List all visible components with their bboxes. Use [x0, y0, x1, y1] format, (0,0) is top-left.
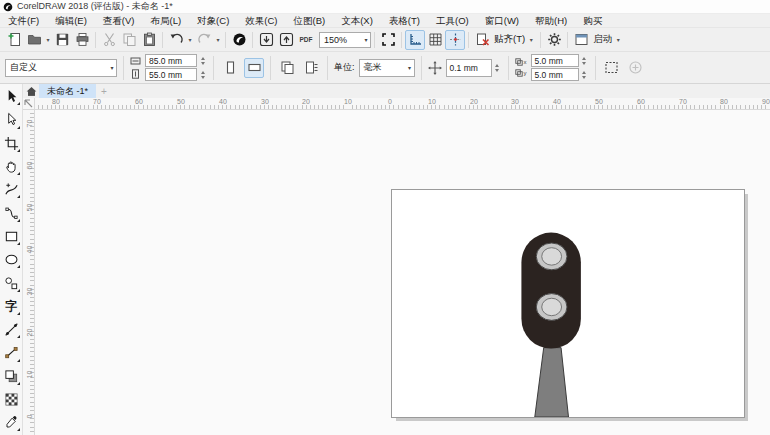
dimension-tool[interactable] [1, 318, 22, 341]
print-button[interactable] [72, 30, 92, 50]
vruler-number: 40 [26, 244, 33, 256]
menu-item[interactable]: 位图(B) [286, 14, 334, 27]
signal-pole[interactable] [535, 348, 569, 417]
page-width-field[interactable]: 85.0 mm [145, 54, 197, 67]
menu-item[interactable]: 布局(L) [142, 14, 189, 27]
menu-item[interactable]: 窗口(W) [477, 14, 527, 27]
page-preset-dropdown[interactable]: ▾ [108, 64, 116, 72]
add-control-button[interactable] [626, 58, 646, 78]
snap-off-button[interactable] [472, 30, 492, 50]
nudge-distance-value: 0.1 mm [450, 63, 478, 73]
ellipse-tool[interactable] [1, 248, 22, 271]
menu-item[interactable]: 帮助(H) [527, 14, 575, 27]
hruler-number: 20 [470, 98, 478, 105]
home-icon [26, 86, 37, 97]
menu-item[interactable]: 文本(X) [333, 14, 381, 27]
all-pages-button[interactable] [277, 58, 297, 78]
treat-as-filled-toggle[interactable] [602, 58, 622, 78]
launch-dropdown[interactable]: ▾ [614, 36, 622, 44]
rectangle-tool[interactable] [1, 225, 22, 248]
page-height-spinner[interactable] [198, 69, 207, 81]
nudge-spinner[interactable] [493, 62, 502, 74]
duplicate-x-value: 5.0 mm [535, 56, 563, 66]
copy-button[interactable] [119, 30, 139, 50]
menu-item[interactable]: 表格(T) [381, 14, 428, 27]
search-content-button[interactable] [229, 30, 249, 50]
common-shapes-tool[interactable] [1, 271, 22, 294]
snap-to-dropdown[interactable]: ▾ [527, 36, 535, 44]
connector-tool[interactable] [1, 341, 22, 364]
text-tool[interactable]: 字 [1, 295, 22, 318]
pan-tool[interactable] [1, 155, 22, 178]
duplicate-x-letter: x [524, 59, 527, 65]
redo-dropdown[interactable]: ▾ [214, 36, 222, 44]
horizontal-ruler[interactable]: 80706050403020100102030405060708090 [35, 98, 770, 110]
bspline-tool[interactable] [1, 201, 22, 224]
menu-item[interactable]: 工具(O) [428, 14, 477, 27]
open-button[interactable] [24, 30, 44, 50]
signal-light-lens-2[interactable] [542, 298, 562, 315]
menu-item[interactable]: 文件(F) [0, 14, 47, 27]
show-grid-toggle[interactable] [425, 30, 445, 50]
window-title: CorelDRAW 2018 (评估版) - 未命名 -1* [17, 0, 173, 13]
new-document-tab-button[interactable]: + [96, 86, 112, 97]
vertical-ruler[interactable]: 706050403020100 [23, 110, 35, 435]
export-button[interactable] [276, 30, 296, 50]
portrait-button[interactable] [220, 58, 240, 78]
publish-pdf-button[interactable]: PDF [296, 30, 316, 50]
current-page-button[interactable] [301, 58, 321, 78]
open-dropdown[interactable]: ▾ [44, 36, 52, 44]
launch-app-icon[interactable] [571, 30, 591, 50]
save-button[interactable] [52, 30, 72, 50]
show-guidelines-toggle[interactable] [445, 30, 465, 50]
propbar-separator [508, 56, 509, 80]
drawing-canvas[interactable] [35, 110, 770, 435]
launch-button[interactable]: 启动 ▾ [591, 30, 624, 50]
menu-item[interactable]: 查看(V) [95, 14, 143, 27]
eyedropper-tool[interactable] [1, 411, 22, 434]
page-preset-combo[interactable]: 自定义 ▾ [5, 59, 117, 77]
transparency-tool[interactable] [1, 388, 22, 411]
options-gear-button[interactable] [544, 30, 564, 50]
page[interactable] [391, 189, 745, 418]
page-width-spinner[interactable] [198, 55, 207, 67]
menu-item[interactable]: 效果(C) [237, 14, 285, 27]
units-value: 毫米 [364, 61, 382, 74]
undo-dropdown[interactable]: ▾ [186, 36, 194, 44]
menu-item[interactable]: 购买 [575, 14, 610, 27]
units-combo[interactable]: 毫米 ▾ [359, 59, 415, 77]
nudge-distance-field[interactable]: 0.1 mm [446, 59, 492, 77]
new-document-button[interactable] [4, 30, 24, 50]
page-width-icon [130, 56, 141, 66]
menu-item[interactable]: 对象(C) [189, 14, 237, 27]
signal-light-lens-1[interactable] [542, 248, 562, 265]
crop-tool[interactable] [1, 132, 22, 155]
duplicate-y-field[interactable]: 5.0 mm [531, 68, 579, 81]
landscape-button[interactable] [244, 58, 264, 78]
welcome-home-button[interactable] [23, 85, 39, 98]
units-dropdown[interactable]: ▾ [406, 64, 414, 72]
propbar-separator [123, 56, 124, 80]
duplicate-x-field[interactable]: 5.0 mm [531, 54, 579, 67]
redo-button[interactable] [194, 30, 214, 50]
ruler-origin-button[interactable] [23, 98, 35, 110]
document-tab-active[interactable]: 未命名 -1* [39, 84, 96, 98]
zoom-level-combo[interactable]: 150% ▾ [319, 32, 371, 48]
paste-button[interactable] [139, 30, 159, 50]
menu-item[interactable]: 编辑(E) [47, 14, 95, 27]
pick-tool[interactable] [1, 85, 22, 108]
drop-shadow-tool[interactable] [1, 365, 22, 388]
import-button[interactable] [256, 30, 276, 50]
undo-button[interactable] [166, 30, 186, 50]
snap-to-button[interactable]: 贴齐(T) ▾ [492, 30, 537, 50]
toolbar-separator [95, 32, 96, 48]
freehand-tool[interactable] [1, 178, 22, 201]
zoom-level-dropdown[interactable]: ▾ [362, 36, 370, 44]
show-rulers-toggle[interactable] [405, 30, 425, 50]
cut-button[interactable] [99, 30, 119, 50]
duplicate-y-spinner[interactable] [580, 69, 589, 81]
shape-tool[interactable] [1, 108, 22, 131]
duplicate-x-spinner[interactable] [580, 55, 589, 67]
fullscreen-preview-button[interactable] [378, 30, 398, 50]
page-height-field[interactable]: 55.0 mm [145, 68, 197, 81]
